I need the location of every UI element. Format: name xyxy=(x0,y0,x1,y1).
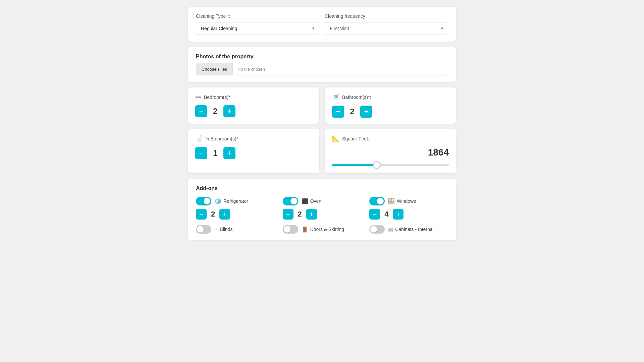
addon-plus-btn-windows[interactable]: + xyxy=(393,209,404,220)
addon-item-doors-skirting: 🚪Doors & Skirting xyxy=(283,225,362,234)
bedrooms-value: 2 xyxy=(212,107,219,116)
choose-files-button[interactable]: Choose Files xyxy=(196,63,233,75)
addon-toggle-row-cabinets-internal: ▦Cabinets - Internal xyxy=(369,225,448,234)
addons-grid: 🧊Refrigerator−2+⬛Oven−2+🪟Windows−4+≡Blin… xyxy=(196,197,448,234)
bathrooms-label: Bathroom(s)*: xyxy=(342,95,371,100)
addon-minus-btn-windows[interactable]: − xyxy=(369,209,380,220)
addon-icon-refrigerator: 🧊 xyxy=(215,198,221,204)
bedrooms-header: 🛏 Bedroom(s)*: xyxy=(195,94,312,101)
square-feet-slider-container xyxy=(332,161,449,167)
addon-label-text-windows: Windows xyxy=(397,198,416,204)
half-bathrooms-header: 🚽 ½ Bathroom(s)*: xyxy=(195,135,312,142)
addon-minus-btn-refrigerator[interactable]: − xyxy=(196,209,207,220)
addon-toggle-oven[interactable] xyxy=(283,197,298,205)
cleaning-type-select[interactable]: Regular Cleaning Deep Cleaning Move In/O… xyxy=(196,22,319,35)
addon-counter-refrigerator: −2+ xyxy=(196,209,275,220)
addons-section: Add-ons 🧊Refrigerator−2+⬛Oven−2+🪟Windows… xyxy=(188,179,456,240)
addon-label-text-oven: Oven xyxy=(310,198,321,204)
square-feet-label: Square Feet: xyxy=(342,136,369,141)
addon-item-blinds: ≡Blinds xyxy=(196,225,275,234)
cleaning-type-label: Cleaning Type *: xyxy=(196,13,319,19)
addon-minus-btn-oven[interactable]: − xyxy=(283,209,293,220)
half-bathrooms-plus-button[interactable]: + xyxy=(223,147,235,159)
bathrooms-minus-button[interactable]: − xyxy=(332,106,344,118)
bedrooms-minus-button[interactable]: − xyxy=(195,105,207,117)
file-input-row: Choose Files No file chosen xyxy=(196,63,448,75)
half-bathrooms-value: 1 xyxy=(212,148,219,158)
addon-toggle-row-oven: ⬛Oven xyxy=(283,197,362,205)
addon-item-oven: ⬛Oven−2+ xyxy=(283,197,362,220)
addon-label-refrigerator: 🧊Refrigerator xyxy=(215,198,248,204)
bedrooms-label: Bedroom(s)*: xyxy=(204,95,231,100)
addon-toggle-refrigerator[interactable] xyxy=(196,197,211,205)
addon-label-doors-skirting: 🚪Doors & Skirting xyxy=(302,226,344,233)
addon-icon-windows: 🪟 xyxy=(388,198,395,204)
addon-plus-btn-refrigerator[interactable]: + xyxy=(219,209,230,220)
no-file-text: No file chosen xyxy=(233,63,270,75)
half-bathrooms-minus-button[interactable]: − xyxy=(195,147,207,159)
bedroom-icon: 🛏 xyxy=(195,94,201,101)
addon-toggle-row-refrigerator: 🧊Refrigerator xyxy=(196,197,275,205)
bathrooms-value: 2 xyxy=(349,107,356,116)
bathrooms-card: 🚿 Bathroom(s)*: − 2 + xyxy=(325,87,456,124)
half-bathrooms-label: ½ Bathroom(s)*: xyxy=(205,136,239,141)
half-bathroom-icon: 🚽 xyxy=(195,135,203,142)
addon-icon-blinds: ≡ xyxy=(215,226,218,232)
square-feet-card: 📐 Square Feet: 1864 xyxy=(325,129,456,173)
addon-label-oven: ⬛Oven xyxy=(302,198,321,204)
bedrooms-bathrooms-row: 🛏 Bedroom(s)*: − 2 + 🚿 Bathroom(s)*: − 2… xyxy=(188,87,456,124)
addon-item-cabinets-internal: ▦Cabinets - Internal xyxy=(369,225,448,234)
addon-value-refrigerator: 2 xyxy=(210,210,216,219)
bathroom-icon: 🚿 xyxy=(332,94,339,101)
cleaning-type-select-wrapper: Regular Cleaning Deep Cleaning Move In/O… xyxy=(196,22,319,35)
addon-label-text-refrigerator: Refrigerator xyxy=(223,198,248,204)
addon-label-blinds: ≡Blinds xyxy=(215,226,232,232)
half-bathrooms-controls: − 1 + xyxy=(195,147,312,159)
addon-icon-oven: ⬛ xyxy=(302,198,308,204)
bedrooms-plus-button[interactable]: + xyxy=(223,105,235,117)
bedrooms-controls: − 2 + xyxy=(195,105,312,117)
addon-label-windows: 🪟Windows xyxy=(388,198,416,204)
bedrooms-card: 🛏 Bedroom(s)*: − 2 + xyxy=(188,87,319,124)
photos-section: Photos of the property Choose Files No f… xyxy=(188,47,456,82)
addon-item-windows: 🪟Windows−4+ xyxy=(369,197,448,220)
bathrooms-plus-button[interactable]: + xyxy=(360,106,372,118)
cleaning-frequency-select[interactable]: First Visit Weekly Bi-Weekly Monthly xyxy=(325,22,448,35)
cleaning-frequency-label: Cleaning frequency: xyxy=(325,13,448,19)
addon-icon-cabinets-internal: ▦ xyxy=(388,226,393,233)
addons-title: Add-ons xyxy=(196,185,448,191)
cleaning-frequency-select-wrapper: First Visit Weekly Bi-Weekly Monthly ▼ xyxy=(325,22,448,35)
photos-label: Photos of the property xyxy=(196,54,448,60)
addon-value-windows: 4 xyxy=(383,210,389,219)
addon-label-cabinets-internal: ▦Cabinets - Internal xyxy=(388,226,433,233)
square-feet-value: 1864 xyxy=(332,147,449,158)
bathrooms-controls: − 2 + xyxy=(332,106,449,118)
square-feet-icon: 📐 xyxy=(332,135,339,142)
half-bathrooms-card: 🚽 ½ Bathroom(s)*: − 1 + xyxy=(188,129,319,173)
addon-toggle-doors-skirting[interactable] xyxy=(283,225,298,234)
addon-label-text-cabinets-internal: Cabinets - Internal xyxy=(395,227,433,232)
addon-plus-btn-oven[interactable]: + xyxy=(306,209,317,220)
addon-icon-doors-skirting: 🚪 xyxy=(302,226,308,233)
addon-value-oven: 2 xyxy=(297,210,303,219)
addon-toggle-windows[interactable] xyxy=(369,197,385,205)
bathrooms-header: 🚿 Bathroom(s)*: xyxy=(332,94,449,101)
square-feet-slider[interactable] xyxy=(332,164,449,166)
addon-toggle-row-doors-skirting: 🚪Doors & Skirting xyxy=(283,225,362,234)
addon-counter-windows: −4+ xyxy=(369,209,448,220)
square-feet-header: 📐 Square Feet: xyxy=(332,135,449,142)
addon-label-text-blinds: Blinds xyxy=(220,227,232,232)
addon-item-refrigerator: 🧊Refrigerator−2+ xyxy=(196,197,275,220)
half-bath-sqft-row: 🚽 ½ Bathroom(s)*: − 1 + 📐 Square Feet: 1… xyxy=(188,129,456,173)
addon-toggle-cabinets-internal[interactable] xyxy=(369,225,385,234)
addon-label-text-doors-skirting: Doors & Skirting xyxy=(310,227,344,232)
addon-toggle-blinds[interactable] xyxy=(196,225,211,234)
addon-counter-oven: −2+ xyxy=(283,209,362,220)
addon-toggle-row-windows: 🪟Windows xyxy=(369,197,448,205)
addon-toggle-row-blinds: ≡Blinds xyxy=(196,225,275,234)
